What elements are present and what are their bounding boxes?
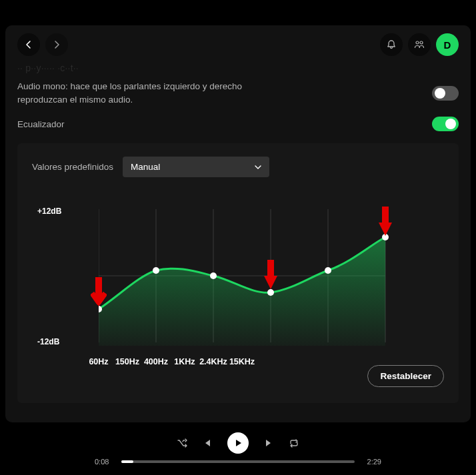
arrow-down-icon <box>91 277 107 308</box>
svg-rect-7 <box>95 277 102 294</box>
eq-handle-150hz[interactable] <box>153 267 159 274</box>
repeat-button[interactable] <box>289 438 299 448</box>
x-axis-labels: 60Hz 150Hz 400Hz 1KHz 2.4KHz 15KHz <box>99 357 385 366</box>
obscured-text: ·· p··y····· ·c··t·· <box>17 63 459 73</box>
shuffle-button[interactable] <box>177 438 187 448</box>
play-icon <box>233 438 243 448</box>
chevron-left-icon <box>23 39 34 50</box>
preset-value: Manual <box>131 162 160 172</box>
avatar[interactable]: D <box>436 33 459 56</box>
mono-audio-description: Audio mono: hace que los parlantes izqui… <box>17 80 291 106</box>
avatar-letter: D <box>444 39 451 51</box>
equalizer-label: Ecualizador <box>17 119 65 129</box>
equalizer-toggle[interactable] <box>432 117 459 131</box>
preset-label: Valores predefinidos <box>32 162 113 172</box>
total-time: 2:29 <box>361 458 381 466</box>
arrow-down-icon <box>263 260 279 290</box>
preset-select[interactable]: Manual <box>123 157 269 177</box>
progress-fill <box>121 460 133 463</box>
equalizer-row: Ecualizador <box>17 117 459 131</box>
bell-icon <box>386 39 397 50</box>
repeat-icon <box>289 438 299 448</box>
notifications-button[interactable] <box>380 33 403 56</box>
play-button[interactable] <box>227 432 249 454</box>
svg-rect-9 <box>382 207 389 224</box>
progress-row: 0:08 2:29 <box>95 458 381 466</box>
eq-handle-400hz[interactable] <box>210 272 217 279</box>
eq-curve-svg <box>99 209 392 346</box>
progress-bar[interactable] <box>121 460 355 463</box>
settings-content: ·· p··y····· ·c··t·· Audio mono: hace qu… <box>5 63 471 416</box>
app-frame: D ·· p··y····· ·c··t·· Audio mono: hace … <box>5 25 471 422</box>
mono-audio-row: Audio mono: hace que los parlantes izqui… <box>17 80 459 106</box>
svg-rect-8 <box>267 260 274 277</box>
next-button[interactable] <box>263 438 274 448</box>
preset-row: Valores predefinidos Manual <box>32 157 444 177</box>
previous-button[interactable] <box>202 438 213 448</box>
y-axis-top-label: +12dB <box>37 207 61 216</box>
skip-forward-icon <box>263 438 274 448</box>
mono-audio-toggle[interactable] <box>432 86 459 101</box>
eq-handle-2.4khz[interactable] <box>325 267 331 274</box>
y-axis-bottom-label: -12dB <box>37 337 59 346</box>
chevron-right-icon <box>51 39 62 50</box>
back-button[interactable] <box>17 33 40 56</box>
shuffle-icon <box>177 438 187 448</box>
people-icon <box>414 39 425 50</box>
chevron-down-icon <box>255 164 261 171</box>
top-bar: D <box>5 25 471 60</box>
player-controls <box>177 432 299 454</box>
elapsed-time: 0:08 <box>95 458 115 466</box>
equalizer-panel: Valores predefinidos Manual +12dB -12dB <box>17 143 459 403</box>
reset-button[interactable]: Restablecer <box>367 365 444 387</box>
xlabel-15khz: 15KHz <box>213 357 271 366</box>
skip-back-icon <box>202 438 213 448</box>
friends-button[interactable] <box>408 33 431 56</box>
forward-button[interactable] <box>45 33 68 56</box>
reset-row: Restablecer <box>32 365 444 387</box>
arrow-down-icon <box>377 207 393 237</box>
player-bar: 0:08 2:29 <box>0 422 476 475</box>
